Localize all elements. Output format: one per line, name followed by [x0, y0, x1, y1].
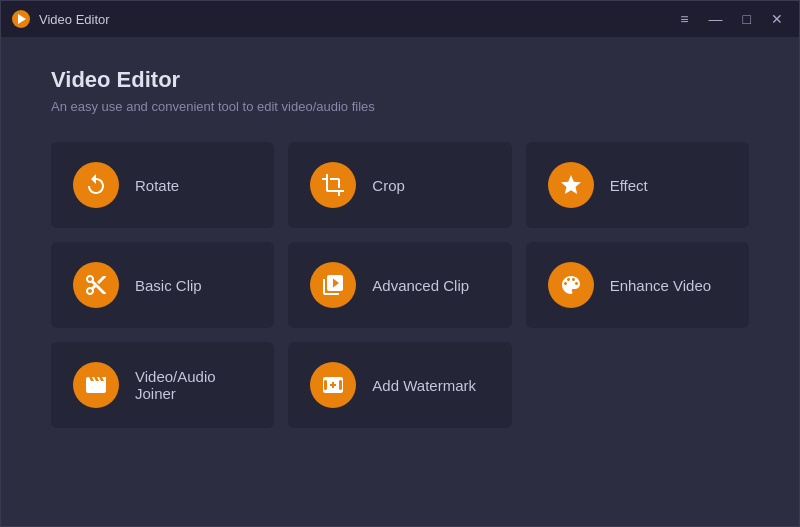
minimize-button[interactable]: —	[703, 10, 729, 28]
enhance-video-label: Enhance Video	[610, 277, 711, 294]
effect-icon-circle	[548, 162, 594, 208]
title-bar-controls: ≡ — □ ✕	[674, 10, 789, 28]
effect-icon	[559, 173, 583, 197]
close-button[interactable]: ✕	[765, 10, 789, 28]
effect-label: Effect	[610, 177, 648, 194]
advanced-clip-label: Advanced Clip	[372, 277, 469, 294]
crop-tool[interactable]: Crop	[288, 142, 511, 228]
rotate-icon	[84, 173, 108, 197]
palette-icon-circle	[548, 262, 594, 308]
film-icon	[84, 373, 108, 397]
advanced-clip-icon	[321, 273, 345, 297]
basic-clip-label: Basic Clip	[135, 277, 202, 294]
page-subtitle: An easy use and convenient tool to edit …	[51, 99, 749, 114]
title-bar-left: Video Editor	[11, 9, 110, 29]
enhance-video-tool[interactable]: Enhance Video	[526, 242, 749, 328]
basic-clip-tool[interactable]: Basic Clip	[51, 242, 274, 328]
effect-tool[interactable]: Effect	[526, 142, 749, 228]
scissors-icon	[84, 273, 108, 297]
rotate-tool[interactable]: Rotate	[51, 142, 274, 228]
film-icon-circle	[73, 362, 119, 408]
tools-grid: Rotate Crop Effect	[51, 142, 749, 428]
menu-button[interactable]: ≡	[674, 10, 694, 28]
rotate-label: Rotate	[135, 177, 179, 194]
scissors-icon-circle	[73, 262, 119, 308]
joiner-tool[interactable]: Video/Audio Joiner	[51, 342, 274, 428]
crop-icon-circle	[310, 162, 356, 208]
maximize-button[interactable]: □	[737, 10, 757, 28]
watermark-icon-circle	[310, 362, 356, 408]
joiner-label: Video/Audio Joiner	[135, 368, 252, 402]
main-window: Video Editor ≡ — □ ✕ Video Editor An eas…	[0, 0, 800, 527]
palette-icon	[559, 273, 583, 297]
crop-icon	[321, 173, 345, 197]
window-title: Video Editor	[39, 12, 110, 27]
content-area: Video Editor An easy use and convenient …	[1, 37, 799, 526]
page-title: Video Editor	[51, 67, 749, 93]
title-bar: Video Editor ≡ — □ ✕	[1, 1, 799, 37]
advanced-clip-icon-circle	[310, 262, 356, 308]
watermark-label: Add Watermark	[372, 377, 476, 394]
watermark-icon	[321, 373, 345, 397]
watermark-tool[interactable]: Add Watermark	[288, 342, 511, 428]
rotate-icon-circle	[73, 162, 119, 208]
advanced-clip-tool[interactable]: Advanced Clip	[288, 242, 511, 328]
app-icon	[11, 9, 31, 29]
crop-label: Crop	[372, 177, 405, 194]
